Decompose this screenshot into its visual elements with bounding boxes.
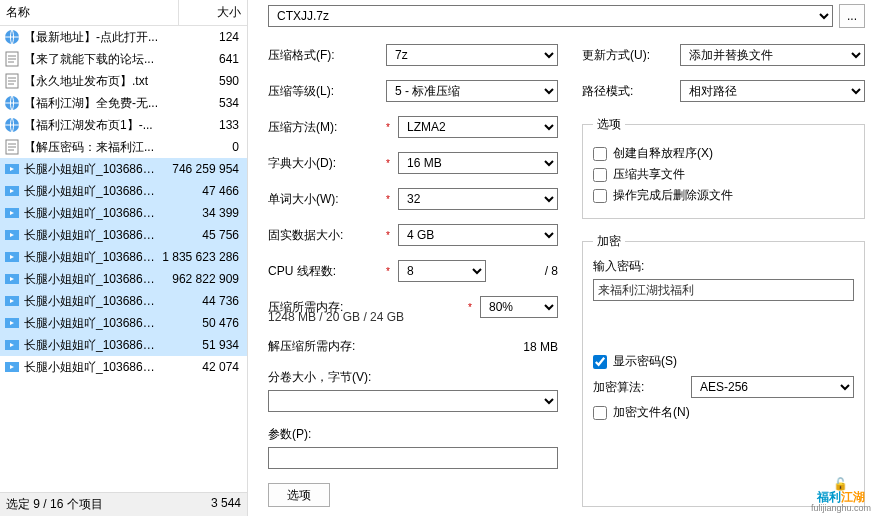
enc-names-checkbox[interactable] bbox=[593, 406, 607, 420]
word-label: 单词大小(W): bbox=[268, 191, 378, 208]
star-icon: * bbox=[386, 230, 396, 241]
file-size: 47 466 bbox=[159, 184, 243, 198]
file-row[interactable]: 【解压密码：来福利江...0 bbox=[0, 136, 247, 158]
shared-row[interactable]: 压缩共享文件 bbox=[593, 166, 854, 183]
dict-label: 字典大小(D): bbox=[268, 155, 378, 172]
txt-icon bbox=[4, 139, 20, 155]
file-name: 长腿小姐姐吖_1036863... bbox=[24, 227, 159, 244]
globe-icon bbox=[4, 117, 20, 133]
file-name: 【永久地址发布页】.txt bbox=[24, 73, 159, 90]
method-select[interactable]: LZMA2 bbox=[398, 116, 558, 138]
enc-method-select[interactable]: AES-256 bbox=[691, 376, 854, 398]
file-row[interactable]: 【福利江湖】全免费-无...534 bbox=[0, 92, 247, 114]
dict-select[interactable]: 16 MB bbox=[398, 152, 558, 174]
file-row[interactable]: 【永久地址发布页】.txt590 bbox=[0, 70, 247, 92]
file-row[interactable]: 长腿小姐姐吖_1036863...42 074 bbox=[0, 356, 247, 378]
watermark-logo: 🔓 福利江湖 fulijianghu.com bbox=[811, 478, 871, 514]
star-icon: * bbox=[468, 302, 478, 313]
enc-method-label: 加密算法: bbox=[593, 379, 683, 396]
file-list[interactable]: 【最新地址】-点此打开...124【来了就能下载的论坛...641【永久地址发布… bbox=[0, 26, 247, 492]
path-select[interactable]: 相对路径 bbox=[680, 80, 865, 102]
file-row[interactable]: 长腿小姐姐吖_1036863...50 476 bbox=[0, 312, 247, 334]
enc-names-row[interactable]: 加密文件名(N) bbox=[593, 404, 854, 421]
options-legend: 选项 bbox=[593, 116, 625, 133]
star-icon: * bbox=[386, 122, 396, 133]
file-size: 0 bbox=[159, 140, 243, 154]
file-row[interactable]: 【最新地址】-点此打开...124 bbox=[0, 26, 247, 48]
file-name: 长腿小姐姐吖_1036863... bbox=[24, 293, 159, 310]
video-icon bbox=[4, 337, 20, 353]
password-input[interactable] bbox=[593, 279, 854, 301]
file-row[interactable]: 长腿小姐姐吖_1036863...962 822 909 bbox=[0, 268, 247, 290]
file-size: 1 835 623 286 bbox=[159, 250, 243, 264]
delete-checkbox[interactable] bbox=[593, 189, 607, 203]
file-row[interactable]: 【福利江湖发布页1】-...133 bbox=[0, 114, 247, 136]
txt-icon bbox=[4, 51, 20, 67]
file-size: 641 bbox=[159, 52, 243, 66]
cpu-select[interactable]: 8 bbox=[398, 260, 486, 282]
file-row[interactable]: 长腿小姐姐吖_1036863...746 259 954 bbox=[0, 158, 247, 180]
col-header-size[interactable]: 大小 bbox=[179, 0, 247, 25]
file-row[interactable]: 【来了就能下载的论坛...641 bbox=[0, 48, 247, 70]
path-label: 路径模式: bbox=[582, 83, 672, 100]
sfx-checkbox[interactable] bbox=[593, 147, 607, 161]
file-size: 34 399 bbox=[159, 206, 243, 220]
params-input[interactable] bbox=[268, 447, 558, 469]
status-selected: 选定 9 / 16 个项目 bbox=[6, 496, 103, 513]
word-select[interactable]: 32 bbox=[398, 188, 558, 210]
delete-row[interactable]: 操作完成后删除源文件 bbox=[593, 187, 854, 204]
sfx-row[interactable]: 创建自释放程序(X) bbox=[593, 145, 854, 162]
col-header-name[interactable]: 名称 bbox=[0, 0, 179, 25]
options-button[interactable]: 选项 bbox=[268, 483, 330, 507]
file-row[interactable]: 长腿小姐姐吖_1036863...1 835 623 286 bbox=[0, 246, 247, 268]
list-header: 名称 大小 bbox=[0, 0, 247, 26]
file-row[interactable]: 长腿小姐姐吖_1036863...45 756 bbox=[0, 224, 247, 246]
archive-name-input[interactable]: CTXJJ.7z bbox=[268, 5, 833, 27]
form-left-column: 压缩格式(F): 7z 压缩等级(L): 5 - 标准压缩 压缩方法(M): *… bbox=[268, 44, 558, 507]
file-row[interactable]: 长腿小姐姐吖_1036863...47 466 bbox=[0, 180, 247, 202]
video-icon bbox=[4, 227, 20, 243]
params-label: 参数(P): bbox=[268, 426, 558, 443]
file-name: 【福利江湖发布页1】-... bbox=[24, 117, 159, 134]
status-bar: 选定 9 / 16 个项目 3 544 bbox=[0, 492, 247, 516]
format-label: 压缩格式(F): bbox=[268, 47, 378, 64]
level-select[interactable]: 5 - 标准压缩 bbox=[386, 80, 558, 102]
form-right-column: 更新方式(U): 添加并替换文件 路径模式: 相对路径 选项 创建自释放程序(X… bbox=[582, 44, 865, 507]
solid-select[interactable]: 4 GB bbox=[398, 224, 558, 246]
file-name: 长腿小姐姐吖_1036863... bbox=[24, 249, 159, 266]
file-name: 长腿小姐姐吖_1036863... bbox=[24, 271, 159, 288]
mem-decompress-value: 18 MB bbox=[363, 340, 558, 354]
file-size: 44 736 bbox=[159, 294, 243, 308]
file-size: 962 822 909 bbox=[159, 272, 243, 286]
split-select[interactable] bbox=[268, 390, 558, 412]
file-size: 51 934 bbox=[159, 338, 243, 352]
show-pwd-checkbox[interactable] bbox=[593, 355, 607, 369]
file-row[interactable]: 长腿小姐姐吖_1036863...34 399 bbox=[0, 202, 247, 224]
file-name: 长腿小姐姐吖_1036863... bbox=[24, 205, 159, 222]
video-icon bbox=[4, 183, 20, 199]
format-select[interactable]: 7z bbox=[386, 44, 558, 66]
encrypt-legend: 加密 bbox=[593, 233, 625, 250]
file-name: 长腿小姐姐吖_1036863... bbox=[24, 183, 159, 200]
file-name: 【解压密码：来福利江... bbox=[24, 139, 159, 156]
star-icon: * bbox=[386, 194, 396, 205]
browse-button[interactable]: ... bbox=[839, 4, 865, 28]
update-select[interactable]: 添加并替换文件 bbox=[680, 44, 865, 66]
file-name: 【最新地址】-点此打开... bbox=[24, 29, 159, 46]
video-icon bbox=[4, 293, 20, 309]
file-name: 长腿小姐姐吖_1036863... bbox=[24, 161, 159, 178]
solid-label: 固实数据大小: bbox=[268, 227, 378, 244]
txt-icon bbox=[4, 73, 20, 89]
shared-checkbox[interactable] bbox=[593, 168, 607, 182]
file-size: 42 074 bbox=[159, 360, 243, 374]
level-label: 压缩等级(L): bbox=[268, 83, 378, 100]
file-size: 534 bbox=[159, 96, 243, 110]
file-name: 【来了就能下载的论坛... bbox=[24, 51, 159, 68]
globe-icon bbox=[4, 29, 20, 45]
file-name: 长腿小姐姐吖_1036863... bbox=[24, 337, 159, 354]
file-size: 746 259 954 bbox=[159, 162, 243, 176]
show-pwd-row[interactable]: 显示密码(S) bbox=[593, 353, 854, 370]
mem-ratio-select[interactable]: 80% bbox=[480, 296, 558, 318]
file-row[interactable]: 长腿小姐姐吖_1036863...51 934 bbox=[0, 334, 247, 356]
file-row[interactable]: 长腿小姐姐吖_1036863...44 736 bbox=[0, 290, 247, 312]
